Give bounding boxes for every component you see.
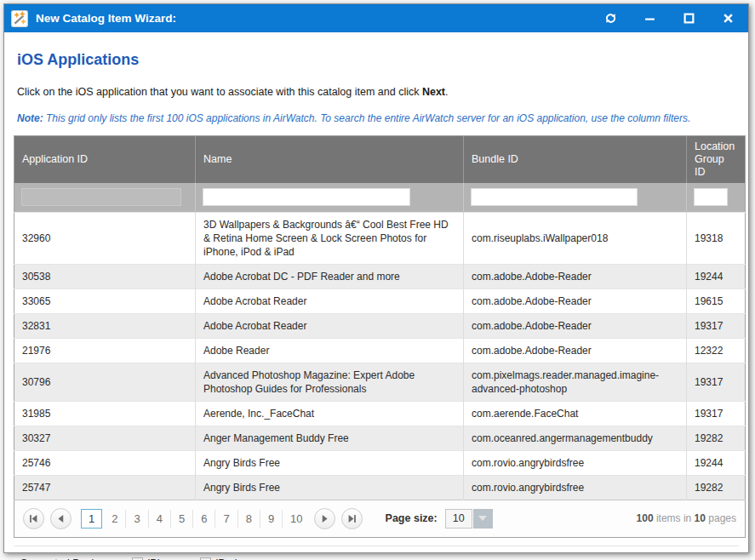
filter-application-id-input[interactable]: [21, 188, 181, 206]
supported-devices-row: Supported Devices : iPhone iPad: [14, 546, 739, 560]
cell-bundle-id: com.oceanred.angermanagementbuddy: [464, 426, 687, 450]
cell-bundle-id: com.riseuplabs.iWallpaper018: [464, 212, 687, 264]
note-text: Note: This grid only lists the first 100…: [17, 112, 739, 124]
filter-location-group-id-input[interactable]: [694, 188, 728, 206]
cell-location-group-id: 19615: [687, 289, 746, 313]
iphone-checkbox-label: iPhone: [148, 557, 181, 560]
wizard-app-icon: [11, 10, 28, 27]
previous-page-icon[interactable]: [50, 508, 71, 529]
pages-count: 10: [695, 512, 706, 524]
instruction-prefix: Click on the iOS application that you wa…: [17, 86, 422, 98]
cell-bundle-id: com.adobe.Adobe-Reader: [464, 313, 687, 338]
note-label: Note:: [17, 112, 43, 124]
window-title: New Catalog Item Wizard:: [36, 12, 580, 25]
cell-name: Adobe Acrobat Reader: [196, 289, 464, 313]
page-number-button[interactable]: 5: [171, 510, 193, 528]
table-row[interactable]: 329603D Wallpapers & Backgrounds â€“ Coo…: [14, 212, 746, 264]
cell-location-group-id: 19244: [687, 450, 746, 475]
page-title: iOS Applications: [17, 51, 739, 69]
cell-bundle-id: com.pixelmags.reader.managed.imagine-adv…: [464, 363, 687, 401]
cell-application-id: 31985: [14, 401, 196, 426]
grid-body: 329603D Wallpapers & Backgrounds â€“ Coo…: [14, 212, 746, 500]
cell-bundle-id: com.adobe.Adobe-Reader: [464, 338, 687, 363]
last-page-icon[interactable]: [341, 508, 363, 529]
note-body: This grid only lists the first 100 iOS a…: [43, 112, 691, 124]
next-page-icon[interactable]: [314, 508, 335, 529]
column-header[interactable]: Location Group ID: [687, 136, 746, 184]
page-number-button[interactable]: 1: [81, 509, 102, 529]
table-row[interactable]: 25746Angry Birds Freecom.rovio.angrybird…: [14, 450, 746, 475]
page-number-button[interactable]: 8: [238, 510, 260, 528]
items-count: 100: [637, 512, 654, 524]
wizard-dialog: New Catalog Item Wizard: iOS Application…: [3, 3, 749, 553]
supported-devices-label: Supported Devices :: [20, 557, 117, 560]
cell-application-id: 25746: [14, 450, 196, 475]
page-size-dropdown-arrow-icon[interactable]: [473, 509, 493, 529]
filter-cell-location-group-id: [687, 183, 746, 212]
page-number-button[interactable]: 9: [260, 510, 283, 528]
cell-location-group-id: 19317: [687, 401, 746, 426]
maximize-icon[interactable]: [680, 10, 697, 27]
table-row[interactable]: 31985Aerende, Inc._FaceChatcom.aerende.F…: [14, 401, 746, 426]
cell-bundle-id: com.adobe.Adobe-Reader: [464, 289, 687, 313]
instruction-next-word: Next: [422, 86, 445, 98]
column-header[interactable]: Application ID: [14, 136, 196, 184]
close-icon[interactable]: [719, 10, 736, 27]
table-row[interactable]: 32831Adobe Acrobat Readercom.adobe.Adobe…: [14, 313, 746, 338]
ipad-checkbox-label: iPad: [216, 557, 237, 560]
table-row[interactable]: 33065Adobe Acrobat Readercom.adobe.Adobe…: [14, 289, 746, 313]
table-row[interactable]: 30538Adobe Acrobat DC - PDF Reader and m…: [14, 264, 746, 289]
page-size-label: Page size:: [386, 512, 438, 524]
page-size-select[interactable]: 10: [445, 509, 472, 529]
page-number-button[interactable]: 7: [215, 510, 237, 528]
column-header[interactable]: Bundle ID: [464, 136, 687, 184]
page-number-button[interactable]: 3: [126, 510, 148, 528]
first-page-icon[interactable]: [23, 508, 44, 529]
table-row[interactable]: 21976Adobe Readercom.adobe.Adobe-Reader1…: [14, 338, 746, 363]
page-number-button[interactable]: 4: [149, 510, 171, 528]
cell-location-group-id: 19317: [687, 363, 746, 401]
cell-name: Adobe Acrobat Reader: [196, 313, 464, 338]
cell-application-id: 30538: [14, 264, 196, 289]
instruction-text: Click on the iOS application that you wa…: [17, 86, 739, 98]
instruction-suffix: .: [445, 86, 448, 98]
table-row[interactable]: 25747Angry Birds Freecom.rovio.angrybird…: [14, 475, 746, 500]
filter-bundle-id-input[interactable]: [471, 188, 638, 206]
refresh-icon[interactable]: [602, 10, 619, 27]
column-header[interactable]: Name: [196, 136, 464, 184]
cell-location-group-id: 19282: [687, 475, 746, 500]
grid-header-row: Application IDNameBundle IDLocation Grou…: [14, 136, 746, 184]
pager-bar: 12345678910 Page size: 10: [14, 500, 746, 537]
items-text: items in: [654, 512, 695, 524]
cell-application-id: 30796: [14, 363, 196, 401]
cell-application-id: 33065: [14, 289, 196, 313]
iphone-checkbox-item[interactable]: iPhone: [132, 557, 181, 560]
cell-name: Advanced Photoshop Magazine: Expert Adob…: [196, 363, 464, 401]
cell-name: Anger Management Buddy Free: [196, 426, 464, 450]
cell-location-group-id: 12322: [687, 338, 746, 363]
cell-name: Angry Birds Free: [196, 475, 464, 500]
pages-text: pages: [706, 512, 736, 524]
cell-name: Adobe Acrobat DC - PDF Reader and more: [196, 264, 464, 289]
table-row[interactable]: 30796Advanced Photoshop Magazine: Expert…: [14, 363, 746, 401]
minimize-icon[interactable]: [641, 10, 658, 27]
cell-application-id: 32960: [14, 212, 196, 264]
cell-name: Angry Birds Free: [196, 450, 464, 475]
page-number-button[interactable]: 6: [193, 510, 215, 528]
page-number-list: 12345678910: [81, 509, 311, 529]
cell-bundle-id: com.aerende.FaceChat: [464, 401, 687, 426]
cell-name: Aerende, Inc._FaceChat: [196, 401, 464, 426]
page-number-button[interactable]: 2: [104, 510, 126, 528]
cell-name: Adobe Reader: [196, 338, 464, 363]
table-row[interactable]: 30327Anger Management Buddy Freecom.ocea…: [14, 426, 746, 450]
ipad-checkbox-item[interactable]: iPad: [200, 557, 237, 560]
page-number-button[interactable]: 10: [283, 510, 310, 528]
filter-name-input[interactable]: [203, 188, 410, 206]
cell-application-id: 25747: [14, 475, 196, 500]
cell-bundle-id: com.rovio.angrybirdsfree: [464, 475, 687, 500]
titlebar: New Catalog Item Wizard:: [4, 4, 748, 32]
filter-cell-name: [196, 183, 464, 212]
grid-filter-row: [14, 183, 746, 212]
filter-cell-application-id: [14, 183, 196, 212]
filter-cell-bundle-id: [464, 183, 687, 212]
